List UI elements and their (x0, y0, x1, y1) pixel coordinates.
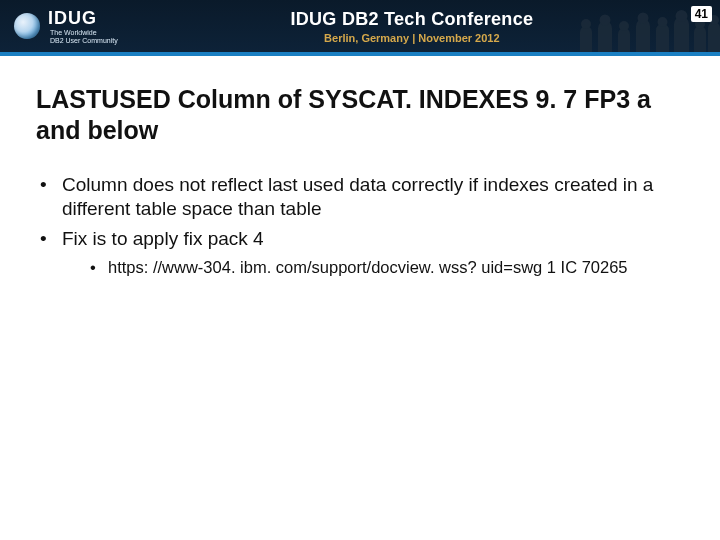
logo-sub: The Worldwide DB2 User Community (50, 29, 118, 44)
list-item: Column does not reflect last used data c… (40, 173, 684, 222)
logo-sub-l2: DB2 User Community (50, 37, 118, 44)
sub-bullet-list: https: //www-304. ibm. com/support/docvi… (62, 257, 684, 278)
slide-content: LASTUSED Column of SYSCAT. INDEXES 9. 7 … (0, 56, 720, 279)
logo-text-wrap: IDUG The Worldwide DB2 User Community (48, 8, 118, 44)
list-item: https: //www-304. ibm. com/support/docvi… (90, 257, 684, 278)
slide-title: LASTUSED Column of SYSCAT. INDEXES 9. 7 … (36, 84, 656, 147)
slide-header: IDUG The Worldwide DB2 User Community ID… (0, 0, 720, 56)
svg-point-1 (600, 15, 611, 26)
svg-point-0 (581, 19, 591, 29)
logo-swirl-icon (14, 13, 40, 39)
list-item: Fix is to apply fix pack 4 https: //www-… (40, 227, 684, 279)
logo-text: IDUG (48, 8, 118, 29)
logo-block: IDUG The Worldwide DB2 User Community (14, 8, 118, 44)
list-item-text: Fix is to apply fix pack 4 (62, 228, 264, 249)
logo-sub-l1: The Worldwide (50, 29, 97, 36)
page-number: 41 (691, 6, 712, 22)
svg-point-4 (658, 17, 668, 27)
bullet-list: Column does not reflect last used data c… (36, 173, 684, 279)
svg-point-2 (619, 21, 629, 31)
svg-point-3 (638, 13, 649, 24)
svg-point-5 (676, 10, 688, 22)
